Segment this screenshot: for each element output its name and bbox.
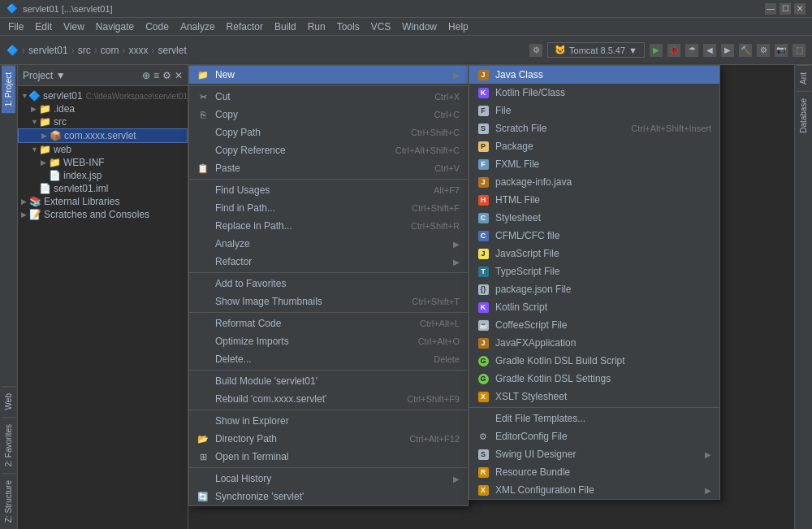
tree-item-scratches[interactable]: ▶ 📝 Scratches and Consoles xyxy=(18,208,188,221)
sub-item-java-class[interactable]: J Java Class xyxy=(469,66,719,84)
sub-item-gradle-build[interactable]: G Gradle Kotlin DSL Build Script xyxy=(469,352,719,370)
sub-item-scratch[interactable]: S Scratch File Ctrl+Alt+Shift+Insert xyxy=(469,119,719,137)
ctx-item-find-path[interactable]: Find in Path... Ctrl+Shift+F xyxy=(189,199,468,217)
ctx-item-local-history[interactable]: Local History ▶ xyxy=(189,470,468,488)
sidebar-item-project[interactable]: 1: Project xyxy=(2,65,15,113)
ctx-item-reformat[interactable]: Reformat Code Ctrl+Alt+L xyxy=(189,314,468,332)
project-settings-icon[interactable]: ⚙ xyxy=(162,70,171,81)
sub-item-kotlin-script[interactable]: K Kotlin Script xyxy=(469,298,719,316)
ctx-item-add-favorites[interactable]: Add to Favorites xyxy=(189,275,468,293)
sub-item-edit-templates[interactable]: Edit File Templates... xyxy=(469,410,719,427)
tree-item-web[interactable]: ▼ 📁 web xyxy=(18,143,188,156)
sidebar-item-web[interactable]: Web xyxy=(2,386,15,416)
build-icon[interactable]: 🔨 xyxy=(739,44,752,57)
menu-run[interactable]: Run xyxy=(303,20,330,34)
add-config-icon[interactable]: ⚙ xyxy=(529,44,542,57)
ctx-item-rebuild[interactable]: Rebuild 'com.xxxx.servlet' Ctrl+Shift+F9 xyxy=(189,390,468,408)
coverage-button[interactable]: ☂ xyxy=(685,44,698,57)
title-bar-controls[interactable]: — ☐ ✕ xyxy=(765,3,806,15)
breadcrumb-xxxx[interactable]: xxxx xyxy=(128,45,148,56)
sub-item-kotlin-file[interactable]: K Kotlin File/Class xyxy=(469,84,719,102)
tree-item-src[interactable]: ▼ 📁 src xyxy=(18,115,188,128)
settings-icon[interactable]: ⚙ xyxy=(757,44,770,57)
ctx-item-open-terminal[interactable]: ⊞ Open in Terminal xyxy=(189,448,468,466)
ctx-item-show-thumbnails[interactable]: Show Image Thumbnails Ctrl+Shift+T xyxy=(189,293,468,310)
sub-item-coffee[interactable]: ☕ CoffeeScript File xyxy=(469,316,719,334)
sidebar-item-database[interactable]: Database xyxy=(797,91,810,140)
snapshot-icon[interactable]: 📷 xyxy=(775,44,788,57)
sub-item-gradle-settings[interactable]: G Gradle Kotlin DSL Settings xyxy=(469,370,719,388)
breadcrumb-com[interactable]: com xyxy=(101,45,119,56)
menu-tools[interactable]: Tools xyxy=(332,20,365,34)
sidebar-item-ant[interactable]: Ant xyxy=(797,65,810,91)
project-collapse-icon[interactable]: ≡ xyxy=(153,70,159,81)
ctx-item-analyze[interactable]: Analyze ▶ xyxy=(189,235,468,253)
ctx-item-copy-ref[interactable]: Copy Reference Ctrl+Alt+Shift+C xyxy=(189,141,468,159)
tree-item-webinf[interactable]: ▶ 📁 WEB-INF xyxy=(18,156,188,169)
back-button[interactable]: ◀ xyxy=(703,44,716,57)
breadcrumb-src[interactable]: src xyxy=(78,45,91,56)
ctx-item-show-explorer[interactable]: Show in Explorer xyxy=(189,412,468,430)
project-close-icon[interactable]: ✕ xyxy=(175,70,183,81)
sub-item-resource-bundle[interactable]: R Resource Bundle xyxy=(469,463,719,481)
menu-edit[interactable]: Edit xyxy=(30,20,57,34)
maximize-button[interactable]: ☐ xyxy=(780,3,791,15)
menu-help[interactable]: Help xyxy=(443,20,473,34)
ctx-item-paste[interactable]: 📋 Paste Ctrl+V xyxy=(189,159,468,177)
sub-item-file[interactable]: F File xyxy=(469,102,719,119)
layout-icon[interactable]: ⬚ xyxy=(793,44,806,57)
ctx-item-replace-path[interactable]: Replace in Path... Ctrl+Shift+R xyxy=(189,217,468,235)
sub-item-cfml[interactable]: C CFML/CFC file xyxy=(469,227,719,245)
tree-item-iml[interactable]: 📄 servlet01.iml xyxy=(18,182,188,195)
project-locate-icon[interactable]: ⊕ xyxy=(142,70,150,81)
breadcrumb-servlet01[interactable]: servlet01 xyxy=(28,45,68,56)
minimize-button[interactable]: — xyxy=(765,3,776,15)
run-button[interactable]: ▶ xyxy=(650,44,663,57)
ctx-item-copy[interactable]: ⎘ Copy Ctrl+C xyxy=(189,106,468,124)
sub-item-swing[interactable]: S Swing UI Designer ▶ xyxy=(469,445,719,463)
menu-analyze[interactable]: Analyze xyxy=(175,20,220,34)
run-config-selector[interactable]: 🐱 Tomcat 8.5.47 ▼ xyxy=(547,42,645,58)
sub-item-ts[interactable]: T TypeScript File xyxy=(469,262,719,280)
menu-vcs[interactable]: VCS xyxy=(366,20,396,34)
ctx-item-new[interactable]: 📁 New ▶ xyxy=(189,66,468,84)
ctx-item-dir-path[interactable]: 📂 Directory Path Ctrl+Alt+F12 xyxy=(189,430,468,448)
tree-item-com-xxxx-servlet[interactable]: ▶ 📦 com.xxxx.servlet xyxy=(18,128,188,143)
sub-item-javafx[interactable]: J JavaFXApplication xyxy=(469,334,719,352)
tree-item-idea[interactable]: ▶ 📁 .idea xyxy=(18,102,188,115)
menu-view[interactable]: View xyxy=(58,20,89,34)
tree-item-index-jsp[interactable]: 📄 index.jsp xyxy=(18,169,188,182)
ctx-item-refactor[interactable]: Refactor ▶ xyxy=(189,253,468,271)
sub-item-js[interactable]: J JavaScript File xyxy=(469,245,719,262)
ctx-item-delete[interactable]: Delete... Delete xyxy=(189,350,468,368)
sub-item-xml-config[interactable]: X XML Configuration File ▶ xyxy=(469,481,719,499)
ctx-item-copy-path[interactable]: Copy Path Ctrl+Shift+C xyxy=(189,124,468,141)
tree-item-ext-libs[interactable]: ▶ 📚 External Libraries xyxy=(18,195,188,208)
ctx-item-synchronize[interactable]: 🔄 Synchronize 'servlet' xyxy=(189,488,468,505)
menu-navigate[interactable]: Navigate xyxy=(91,20,139,34)
sidebar-item-structure[interactable]: Z: Structure xyxy=(2,473,15,529)
sub-item-fxml[interactable]: F FXML File xyxy=(469,155,719,173)
menu-build[interactable]: Build xyxy=(270,20,301,34)
tree-item-servlet01[interactable]: ▼ 🔷 servlet01 C:\IdeaWorkspace\servlet01 xyxy=(18,89,188,102)
menu-file[interactable]: File xyxy=(3,20,28,34)
ctx-item-cut[interactable]: ✂ Cut Ctrl+X xyxy=(189,88,468,106)
forward-button[interactable]: ▶ xyxy=(721,44,734,57)
sub-item-pkg-info[interactable]: J package-info.java xyxy=(469,173,719,191)
close-button[interactable]: ✕ xyxy=(794,3,806,15)
debug-button[interactable]: 🐞 xyxy=(667,44,680,57)
ctx-item-build-module[interactable]: Build Module 'servlet01' xyxy=(189,372,468,390)
ctx-item-find-usages[interactable]: Find Usages Alt+F7 xyxy=(189,181,468,199)
sub-item-html[interactable]: H HTML File xyxy=(469,191,719,209)
ctx-item-optimize[interactable]: Optimize Imports Ctrl+Alt+O xyxy=(189,332,468,350)
sub-item-package[interactable]: P Package xyxy=(469,137,719,155)
menu-window[interactable]: Window xyxy=(397,20,442,34)
sidebar-item-favorites[interactable]: 2: Favorites xyxy=(2,417,15,473)
sub-item-json[interactable]: {} package.json File xyxy=(469,280,719,298)
breadcrumb-servlet[interactable]: servlet xyxy=(158,45,186,56)
sub-item-stylesheet[interactable]: C Stylesheet xyxy=(469,209,719,227)
menu-refactor[interactable]: Refactor xyxy=(222,20,268,34)
sub-item-editorconfig[interactable]: ⚙ EditorConfig File xyxy=(469,427,719,445)
sub-item-xslt[interactable]: X XSLT Stylesheet xyxy=(469,388,719,405)
menu-code[interactable]: Code xyxy=(140,20,174,34)
